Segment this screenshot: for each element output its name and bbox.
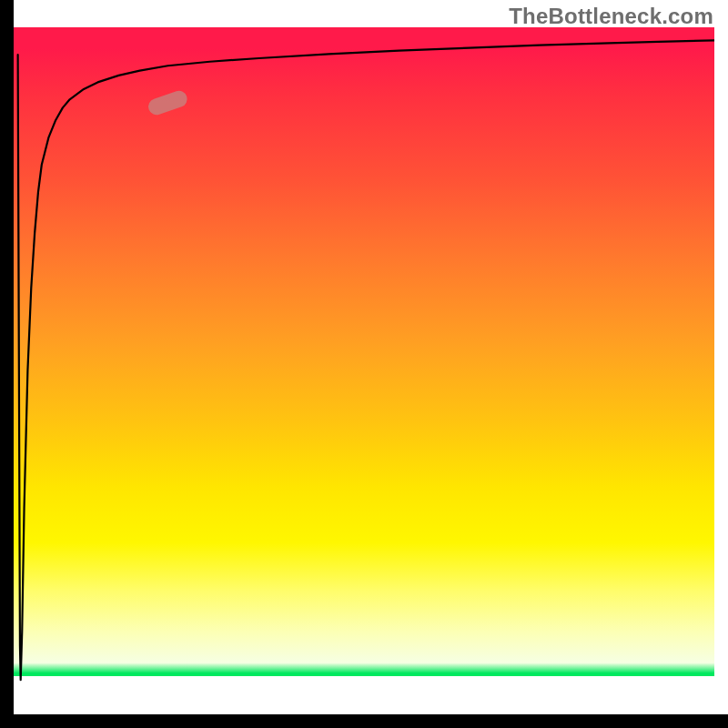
chart-stage: TheBottleneck.com <box>0 0 728 728</box>
x-axis <box>0 714 728 728</box>
curve-marker <box>147 88 189 116</box>
y-axis <box>0 0 14 714</box>
watermark-text: TheBottleneck.com <box>509 4 713 29</box>
bottleneck-curve-line <box>18 40 714 680</box>
svg-rect-0 <box>147 88 189 116</box>
curve-layer <box>14 27 714 714</box>
plot-area <box>14 27 714 714</box>
